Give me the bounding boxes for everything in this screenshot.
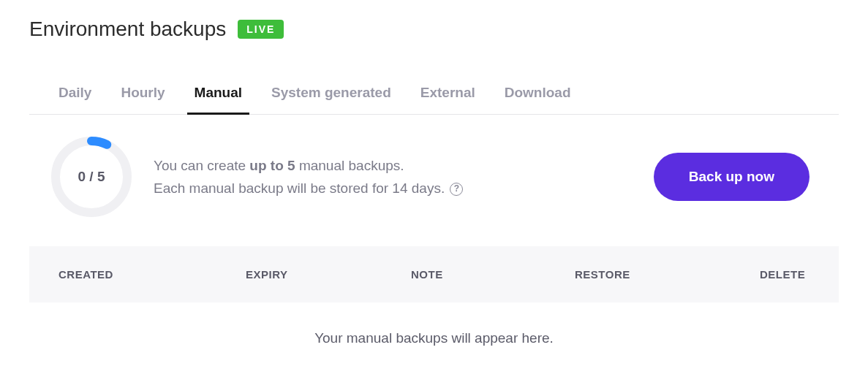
backup-now-button[interactable]: Back up now [654, 153, 809, 201]
live-badge: LIVE [238, 20, 284, 39]
tab-system-generated[interactable]: System generated [271, 85, 391, 114]
col-header-restore: RESTORE [575, 268, 760, 281]
tab-daily[interactable]: Daily [59, 85, 91, 114]
tabs: Daily Hourly Manual System generated Ext… [29, 85, 839, 114]
backups-table: CREATED EXPIRY NOTE RESTORE DELETE Your … [29, 246, 839, 369]
tabs-container: Daily Hourly Manual System generated Ext… [29, 85, 839, 115]
col-header-note: NOTE [411, 268, 575, 281]
tab-hourly[interactable]: Hourly [121, 85, 165, 114]
page-header: Environment backups LIVE [29, 18, 839, 41]
empty-table-message: Your manual backups will appear here. [29, 303, 839, 369]
col-header-delete: DELETE [760, 268, 809, 281]
backup-usage-progress: 0 / 5 [51, 137, 132, 217]
page-title: Environment backups [29, 18, 226, 41]
table-header-row: CREATED EXPIRY NOTE RESTORE DELETE [29, 246, 839, 303]
tab-download[interactable]: Download [505, 85, 571, 114]
info-text: You can create up to 5 manual backups. E… [154, 154, 632, 200]
tab-manual[interactable]: Manual [195, 85, 242, 114]
help-icon[interactable]: ? [450, 183, 463, 196]
info-line-2: Each manual backup will be stored for 14… [154, 177, 632, 199]
col-header-created: CREATED [59, 268, 246, 281]
progress-label: 0 / 5 [78, 169, 105, 185]
col-header-expiry: EXPIRY [246, 268, 411, 281]
info-line-1: You can create up to 5 manual backups. [154, 154, 632, 177]
tab-external[interactable]: External [420, 85, 475, 114]
info-row: 0 / 5 You can create up to 5 manual back… [29, 115, 839, 246]
